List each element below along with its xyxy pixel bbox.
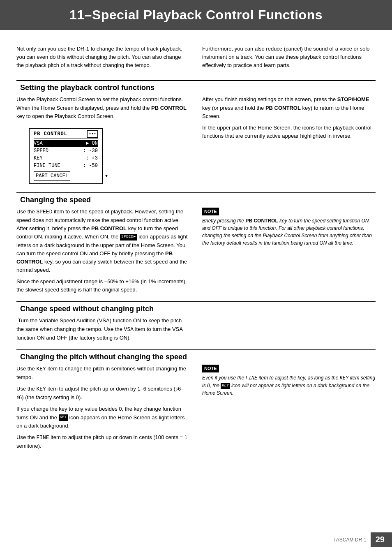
section-pitch-title: Changing the pitch without changing the … — [16, 353, 376, 361]
battery-icon: ▪▪▪ — [87, 130, 98, 138]
speed-note-text: Briefly pressing the PB CONTROL key to t… — [202, 217, 376, 247]
section-vsa-title: Change speed without changing pitch — [16, 305, 376, 313]
page-footer: TASCAM DR-1 29 — [0, 532, 392, 547]
pitch-note-box: NOTE Even if you use the FINE item to ad… — [202, 365, 376, 397]
screen-title-row: PB CONTROL ▪▪▪ — [34, 130, 98, 139]
section-vsa-left: Turn the Variable Speed Audition (VSA) f… — [16, 317, 190, 345]
section-setting-left: Use the Playback Control Screen to set t… — [16, 95, 190, 188]
speed-para2: Since the speed adjustment range is –50%… — [16, 278, 190, 294]
pitch-para3: If you change the key to any value besid… — [16, 405, 190, 430]
speed-icon: SPEED► — [120, 234, 137, 240]
footer-page-number: 29 — [371, 532, 392, 547]
page-title: 11–Special Playback Control Functions — [69, 7, 323, 22]
screen-row-key: KEY : ♯3 — [34, 155, 98, 162]
setting-left-text: Use the Playback Control Screen to set t… — [16, 95, 190, 120]
section-speed-right: NOTE Briefly pressing the PB CONTROL key… — [202, 208, 376, 297]
key-val: : ♯3 — [83, 155, 98, 162]
setting-right-p2: In the upper part of the Home Screen, th… — [202, 124, 376, 140]
intro-right-text: Furthermore, you can also reduce (cancel… — [202, 45, 376, 69]
screen-title: PB CONTROL — [34, 130, 67, 138]
scroll-arrow: ▼ — [105, 173, 108, 180]
pitch-para2: Use the KEY item to adjust the pitch up … — [16, 385, 190, 402]
screen-row-vsa: VSA ► ON — [34, 140, 98, 147]
section-vsa-body: Turn the Variable Speed Audition (VSA) f… — [16, 317, 376, 345]
screen-row-finetune: FINE TUNE : -50 — [34, 162, 98, 169]
main-content: Not only can you use the DR-1 to change … — [0, 30, 392, 482]
vsa-para1: Turn the Variable Speed Audition (VSA) f… — [16, 317, 190, 342]
section-setting-right: After you finish making settings on this… — [202, 95, 376, 188]
intro-section: Not only can you use the DR-1 to change … — [16, 45, 376, 73]
part-cancel-row: PART CANCEL — [34, 171, 98, 181]
section-pitch-body: Use the KEY item to change the pitch in … — [16, 365, 376, 453]
page-header: 11–Special Playback Control Functions — [0, 0, 392, 30]
finetune-val: : -50 — [80, 162, 98, 169]
section-pitch: Changing the pitch without changing the … — [16, 349, 376, 453]
intro-left: Not only can you use the DR-1 to change … — [16, 45, 190, 73]
pitch-note-text: Even if you use the FINE item to adjust … — [202, 374, 376, 397]
pitch-note-label: NOTE — [202, 365, 219, 372]
part-cancel-label: PART CANCEL — [34, 171, 70, 181]
pb-control-screen: PB CONTROL ▪▪▪ VSA ► ON SPEED : -30 KEY … — [29, 128, 103, 184]
section-speed-left: Use the SPEED item to set the speed of p… — [16, 208, 190, 297]
setting-right-p1: After you finish making settings on this… — [202, 95, 376, 120]
section-vsa: Change speed without changing pitch Turn… — [16, 301, 376, 345]
speed-note-box: NOTE Briefly pressing the PB CONTROL key… — [202, 208, 376, 247]
section-setting-body: Use the Playback Control Screen to set t… — [16, 95, 376, 188]
speed-note-label: NOTE — [202, 208, 219, 215]
footer-brand: TASCAM DR-1 — [333, 537, 370, 543]
speed-val: : -30 — [80, 147, 98, 155]
section-setting-title: Setting the playback control functions — [16, 83, 376, 92]
intro-right: Furthermore, you can also reduce (cancel… — [202, 45, 376, 73]
section-pitch-right: NOTE Even if you use the FINE item to ad… — [202, 365, 376, 453]
pitch-para4: Use the FINE item to adjust the pitch up… — [16, 433, 190, 450]
section-vsa-right — [202, 317, 376, 345]
pitch-para1: Use the KEY item to change the pitch in … — [16, 365, 190, 382]
key-icon: KEY — [59, 414, 68, 421]
vsa-key: VSA — [34, 140, 46, 147]
section-pitch-left: Use the KEY item to change the pitch in … — [16, 365, 190, 453]
section-speed-body: Use the SPEED item to set the speed of p… — [16, 208, 376, 297]
key-key: KEY — [34, 155, 46, 162]
intro-left-text: Not only can you use the DR-1 to change … — [16, 45, 190, 69]
finetune-key: FINE TUNE — [34, 162, 64, 169]
vsa-val: ► ON — [83, 140, 98, 147]
screen-row-speed: SPEED : -30 — [34, 147, 98, 155]
section-speed: Changing the speed Use the SPEED item to… — [16, 192, 376, 297]
speed-para1: Use the SPEED item to set the speed of p… — [16, 208, 190, 274]
section-setting: Setting the playback control functions U… — [16, 80, 376, 188]
key-icon-note: KEY — [221, 383, 230, 389]
speed-key: SPEED — [34, 147, 52, 155]
section-speed-title: Changing the speed — [16, 196, 376, 204]
